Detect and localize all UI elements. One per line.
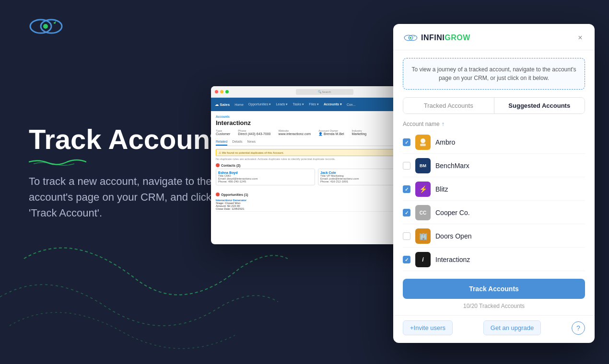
crm-dot-green (225, 90, 229, 93)
account-logo-cooper: CC (415, 205, 431, 220)
get-upgrade-button[interactable]: Get an upgrade (483, 320, 541, 335)
crm-fields: TypeCustomer PhoneDirect (443) 643-7000 … (216, 129, 417, 136)
account-row: ⚡ Blitz (403, 178, 585, 201)
crm-logo: ☁ Sales (215, 102, 230, 107)
crm-opp-row: Interactionz Generator Stage: Closed Won… (216, 198, 417, 212)
crm-dot-red (215, 90, 218, 93)
panel-tabs: Tracked Accounts Suggested Accounts (403, 97, 585, 114)
account-logo-interactionz: i (415, 252, 431, 267)
tab-suggested-accounts[interactable]: Suggested Accounts (494, 98, 585, 114)
crm-screenshot: 🔍 Search ☁ Sales Home Opportunities ▾ Le… (211, 86, 422, 244)
crm-contacts-title: Contacts (2) (216, 163, 417, 167)
account-name-ambro: Ambro (435, 138, 455, 146)
panel-info-box: To view a journey of a tracked account, … (403, 58, 585, 90)
crm-contacts-grid: Eshna Boyd Title CMO Email: jboyd@intera… (216, 169, 417, 185)
invite-users-button[interactable]: +Invite users (403, 320, 453, 335)
crm-alert: ⚠ We found no potential duplicates of th… (216, 149, 417, 156)
account-checkbox-doorsopen[interactable] (403, 232, 410, 240)
account-logo-benchmarx: BM (415, 158, 431, 173)
panel-footer: +Invite users Get an upgrade ? (393, 315, 595, 343)
account-row: BM BenchMarx (403, 155, 585, 177)
account-list-header: Account name ↑ (393, 121, 595, 131)
crm-account-name: Interactionz (216, 119, 417, 126)
panel-logo-icon (403, 33, 418, 43)
tracked-count-label: 10/20 Tracked Accounts (393, 303, 595, 309)
account-checkbox-interactionz[interactable] (403, 256, 410, 263)
account-list: Ambro BM BenchMarx ⚡ Blitz CC Cooper Co. (393, 131, 595, 271)
crm-contacts-section: Contacts (2) Eshna Boyd Title CMO Email:… (216, 163, 417, 190)
account-name-interactionz: Interactionz (435, 256, 470, 263)
track-accounts-button[interactable]: Track Accounts (403, 279, 585, 299)
account-logo-ambro (415, 135, 431, 150)
svg-point-5 (410, 37, 411, 39)
account-row: i Interactionz (403, 249, 585, 271)
account-row: CC Cooper Co. (403, 202, 585, 224)
crm-tabs: Related Details News (216, 140, 417, 146)
crm-opportunities-section: Opportunities (1) Interactionz Generator… (216, 193, 417, 216)
svg-point-6 (421, 138, 425, 143)
panel-header: INFINIGROW × (393, 24, 595, 50)
crm-url: 🔍 Search (318, 90, 331, 93)
crm-dot-yellow (220, 90, 223, 93)
title-underline (29, 158, 86, 160)
help-button[interactable]: ? (572, 321, 585, 335)
panel: INFINIGROW × To view a journey of a trac… (393, 24, 595, 343)
panel-logo: INFINIGROW (403, 33, 470, 43)
account-checkbox-benchmarx[interactable] (403, 162, 410, 170)
crm-duplicate-section: ⚠ We found no potential duplicates of th… (216, 149, 417, 160)
account-row: Ambro (403, 131, 585, 154)
sort-arrow-icon[interactable]: ↑ (442, 121, 445, 127)
account-row: 🏢 Doors Open (403, 225, 585, 248)
close-button[interactable]: × (575, 33, 585, 43)
account-name-doorsopen: Doors Open (435, 232, 471, 240)
crm-opps-title: Opportunities (1) (216, 193, 417, 196)
account-checkbox-cooper[interactable] (403, 209, 410, 216)
account-checkbox-blitz[interactable] (403, 185, 410, 193)
account-logo-doorsopen: 🏢 (415, 228, 431, 244)
crm-topbar: 🔍 Search (211, 86, 422, 98)
crm-contact-1: Eshna Boyd Title CMO Email: jboyd@intera… (216, 169, 315, 185)
panel-logo-text: INFINIGROW (421, 34, 470, 42)
column-header-label: Account name (403, 121, 440, 127)
account-name-benchmarx: BenchMarx (435, 162, 469, 170)
account-name-cooper: Cooper Co. (435, 209, 470, 216)
account-logo-blitz: ⚡ (415, 182, 431, 197)
crm-body: Accounts Interactionz TypeCustomer Phone… (211, 111, 422, 223)
account-name-blitz: Blitz (435, 185, 448, 193)
account-checkbox-ambro[interactable] (403, 138, 410, 146)
svg-rect-7 (420, 144, 426, 146)
tab-tracked-accounts[interactable]: Tracked Accounts (403, 98, 494, 114)
crm-breadcrumb: Accounts (216, 115, 417, 118)
crm-nav: ☁ Sales Home Opportunities ▾ Leads ▾ Tas… (211, 98, 422, 111)
